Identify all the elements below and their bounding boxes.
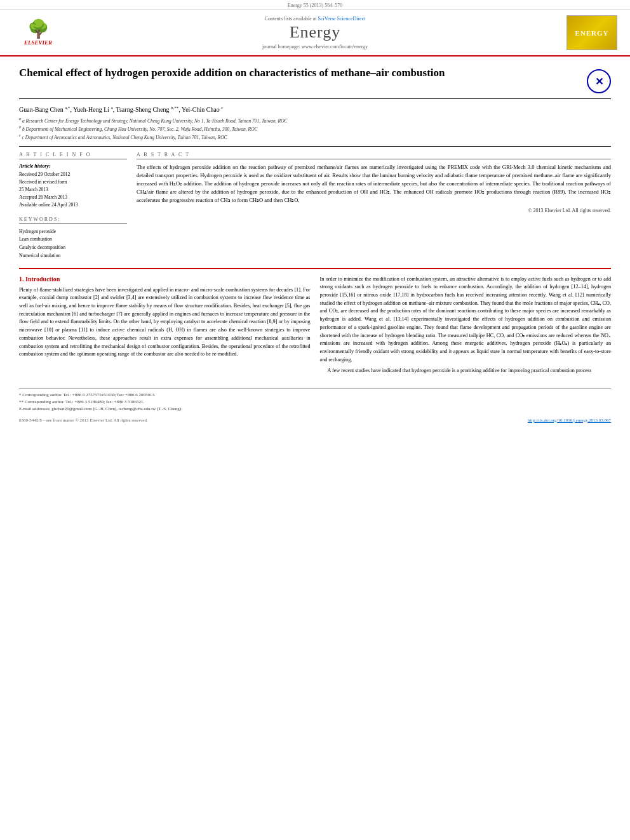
journal-center-info: Contents lists available at SciVerse Sci…	[64, 16, 566, 50]
affiliation-c: c c Department of Aeronautics and Astron…	[19, 133, 611, 141]
intro-para-2: In order to minimize the modification of…	[320, 276, 612, 364]
sciverse-link[interactable]: SciVerse ScienceDirect	[318, 16, 366, 22]
footer-emails: E-mail addresses: gbchen26@gmail.com (G.…	[19, 406, 611, 413]
footnote-2: ** Corresponding author. Tel.: +886 3 51…	[19, 399, 611, 406]
keyword-4: Numerical simulation	[19, 252, 127, 260]
intro-para-1: Plenty of flame-stabilized strategies ha…	[19, 286, 311, 359]
accepted-date: Accepted 26 March 2013	[19, 194, 127, 201]
doi-link[interactable]: http://dx.doi.org/10.1016/j.energy.2013.…	[528, 418, 611, 423]
crossmark-logo: ✕	[587, 69, 611, 93]
footer-bottom: 0360-5442/$ – see front matter © 2013 El…	[19, 418, 611, 423]
body-right-col: In order to minimize the modification of…	[320, 276, 612, 378]
energy-reference: Energy 55 (2013) 564–570	[288, 3, 342, 8]
main-body: 1. Introduction Plenty of flame-stabiliz…	[19, 268, 611, 423]
abstract-header: A B S T R A C T	[137, 152, 611, 159]
keywords-section-header: Keywords:	[19, 217, 127, 224]
keyword-2: Lean combustion	[19, 236, 127, 244]
sciverse-text: Contents lists available at SciVerse Sci…	[64, 16, 566, 22]
body-text-right: In order to minimize the modification of…	[320, 276, 612, 375]
affiliation-a: a a Research Center for Energy Technolog…	[19, 116, 611, 124]
article-history-label: Article history:	[19, 163, 127, 169]
section1-title: 1. Introduction	[19, 276, 311, 283]
authors-line: Guan-Bang Chen a,*, Yueh-Heng Li a, Tsar…	[19, 105, 611, 113]
article-title-section: Chemical effect of hydrogen peroxide add…	[19, 66, 611, 99]
email-label: E-mail addresses:	[19, 406, 51, 411]
email-addresses: gbchen26@gmail.com (G.-B. Chen), tscheng…	[51, 406, 182, 411]
journal-reference-bar: Energy 55 (2013) 564–570	[0, 0, 630, 10]
abstract-copyright: © 2013 Elsevier Ltd. All rights reserved…	[137, 208, 611, 213]
footer-notes: * Corresponding author. Tel.: +886 6 275…	[19, 392, 611, 413]
elsevier-tree-icon: 🌳	[27, 20, 50, 38]
authors-text: Guan-Bang Chen a,*, Yueh-Heng Li a, Tsar…	[19, 106, 223, 113]
keyword-1: Hydrogen peroxide	[19, 228, 127, 236]
footnote-1: * Corresponding author. Tel.: +886 6 275…	[19, 392, 611, 399]
keywords-block: Keywords: Hydrogen peroxide Lean combust…	[19, 217, 127, 260]
energy-logo-text: ENERGY	[575, 29, 608, 37]
revised-label: Received in revised form	[19, 178, 127, 186]
article-content: Chemical effect of hydrogen peroxide add…	[0, 57, 630, 432]
crossmark-icon: ✕	[595, 76, 603, 88]
received-date: Received 29 October 2012	[19, 171, 127, 178]
article-info-header: A R T I C L E I N F O	[19, 152, 127, 159]
body-text-left: Plenty of flame-stabilized strategies ha…	[19, 286, 311, 359]
elsevier-logo: 🌳 ELSEVIER	[13, 15, 64, 50]
footer-section: * Corresponding author. Tel.: +886 6 275…	[19, 388, 611, 423]
issn-text: 0360-5442/$ – see front matter © 2013 El…	[19, 418, 148, 423]
article-dates: Received 29 October 2012 Received in rev…	[19, 171, 127, 209]
abstract-column: A B S T R A C T The effects of hydrogen …	[137, 152, 611, 260]
keyword-3: Catalytic decomposition	[19, 244, 127, 252]
article-title: Chemical effect of hydrogen peroxide add…	[19, 66, 587, 81]
revised-date: 25 March 2013	[19, 186, 127, 194]
body-two-col: 1. Introduction Plenty of flame-stabiliz…	[19, 276, 611, 378]
article-info-column: A R T I C L E I N F O Article history: R…	[19, 152, 127, 260]
journal-homepage: journal homepage: www.elsevier.com/locat…	[64, 44, 566, 50]
page-wrapper: Energy 55 (2013) 564–570 🌳 ELSEVIER Cont…	[0, 0, 630, 840]
abstract-text: The effects of hydrogen peroxide additio…	[137, 163, 611, 205]
journal-header: 🌳 ELSEVIER Contents lists available at S…	[0, 10, 630, 57]
affiliations: a a Research Center for Energy Technolog…	[19, 116, 611, 146]
keywords-list: Hydrogen peroxide Lean combustion Cataly…	[19, 228, 127, 260]
body-left-col: 1. Introduction Plenty of flame-stabiliz…	[19, 276, 311, 378]
article-history-block: Article history: Received 29 October 201…	[19, 163, 127, 209]
intro-para-3: A few recent studies have indicated that…	[320, 367, 612, 375]
affiliation-b: b b Department of Mechanical Engineering…	[19, 124, 611, 133]
energy-logo-box: ENERGY	[566, 15, 617, 50]
info-abstract-layout: A R T I C L E I N F O Article history: R…	[19, 152, 611, 260]
available-date: Available online 24 April 2013	[19, 201, 127, 209]
journal-title: Energy	[64, 23, 566, 42]
elsevier-wordmark: ELSEVIER	[24, 39, 52, 46]
